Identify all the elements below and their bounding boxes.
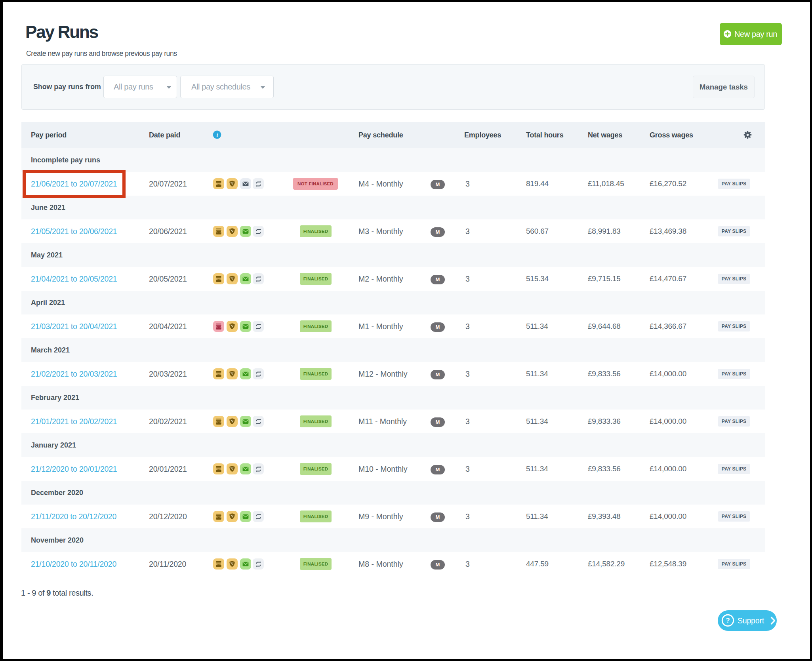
svg-text:?: ?: [726, 617, 730, 624]
svg-text:i: i: [216, 131, 218, 138]
